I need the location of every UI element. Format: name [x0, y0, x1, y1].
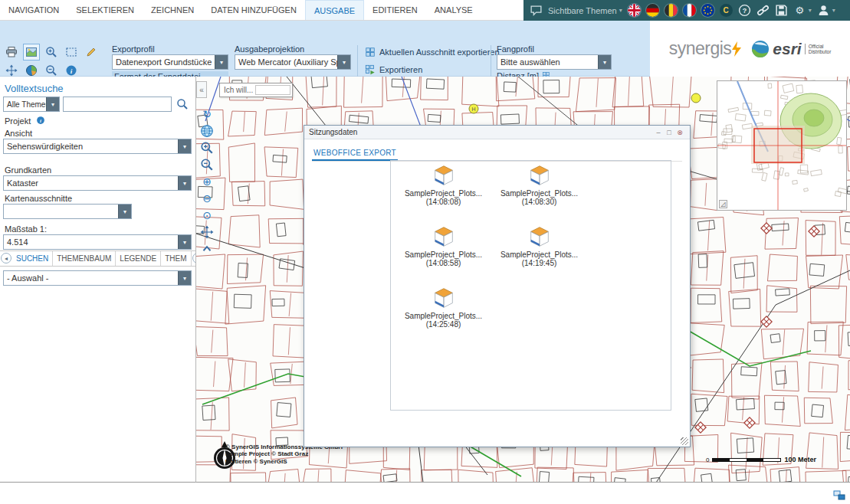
user-icon[interactable] — [817, 4, 830, 17]
chevron-down-icon[interactable]: ▾ — [178, 139, 191, 153]
tabs-scroll-right-button[interactable]: ▸ — [192, 253, 196, 263]
file-name: SampleProject_Plots... — [405, 312, 482, 320]
scale-zero-label: 0 — [706, 457, 709, 463]
search-input[interactable] — [63, 97, 172, 112]
help-icon[interactable] — [738, 4, 751, 17]
dashed-rectangle-icon — [65, 46, 77, 58]
chevron-down-icon[interactable]: ▾ — [809, 7, 812, 14]
chevron-up-icon[interactable] — [200, 242, 214, 256]
chevron-down-icon[interactable]: ▾ — [337, 55, 350, 69]
tabs-scroll-left-button[interactable]: ◂ — [1, 253, 11, 263]
reload-button[interactable]: ↻ — [200, 107, 214, 121]
flag-eu-icon[interactable] — [701, 4, 714, 17]
center-target-button[interactable]: ⊙ — [200, 208, 214, 222]
draw-button[interactable] — [83, 44, 100, 61]
export-button[interactable]: Exportieren — [365, 64, 422, 75]
theme-filter-dropdown[interactable]: Alle Themen ▾ — [3, 97, 60, 112]
chevron-down-icon[interactable]: ▾ — [619, 7, 622, 14]
tab-themen[interactable]: THEM — [161, 251, 191, 266]
selection-dropdown[interactable]: - Auswahl - ▾ — [3, 270, 192, 286]
save-icon[interactable] — [775, 4, 788, 17]
topbar-right: Sichtbare Themen ▾ C ⚙ ▾ ▾ — [523, 0, 850, 21]
session-file-item[interactable]: SampleProject_Plots... (14:08:30) — [491, 162, 587, 218]
snap-profile-dropdown[interactable]: Bitte auswählen ▾ — [497, 54, 612, 70]
chevron-down-icon[interactable]: ▾ — [178, 235, 191, 249]
menu-item-zeichnen[interactable]: ZEICHNEN — [143, 0, 202, 20]
chevron-down-icon[interactable]: ▾ — [178, 271, 191, 285]
scale-dropdown[interactable]: 4.514 ▾ — [3, 234, 192, 250]
export-extent-button[interactable]: Aktuellen Ausschnitt exportieren — [365, 47, 500, 57]
chevron-down-icon[interactable]: ▾ — [832, 7, 835, 14]
visible-themes-dropdown[interactable]: Sichtbare Themen — [548, 6, 617, 15]
extent-dropdown[interactable]: ▾ — [3, 204, 132, 219]
export-profile-dropdown[interactable]: Datenexport Grundstücke (... ▾ — [112, 54, 228, 70]
minimize-icon[interactable]: – — [653, 127, 664, 137]
selection-value: - Auswahl - — [4, 273, 178, 283]
menu-item-daten-hinzufuegen[interactable]: DATEN HINZUFÜGEN — [202, 0, 305, 20]
pan-arrows-icon[interactable] — [200, 225, 214, 239]
file-time: (14:08:08) — [426, 198, 461, 206]
output-projection-dropdown[interactable]: Web Mercator (Auxiliary Sp... ▾ — [235, 54, 351, 70]
flag-uk-icon[interactable] — [628, 4, 641, 17]
flag-france-icon[interactable] — [683, 4, 696, 17]
link-icon[interactable] — [756, 4, 770, 17]
collapse-panel-button[interactable]: « — [196, 81, 207, 98]
maximize-icon[interactable]: □ — [664, 127, 674, 137]
sitzungsdaten-dialog[interactable]: Sitzungsdaten – □ ⊗ WEBOFFICE EXPORT Sam… — [304, 125, 691, 447]
ich-will-input[interactable] — [255, 85, 290, 95]
overview-collapse-button[interactable]: ◿ — [719, 200, 727, 208]
menu-item-navigation[interactable]: NAVIGATION — [0, 0, 67, 20]
basemap-dropdown[interactable]: Kataster ▾ — [3, 175, 192, 191]
zoom-in-box-icon[interactable] — [200, 141, 214, 155]
session-file-item[interactable]: SampleProject_Plots... (14:08:58) — [395, 224, 491, 279]
file-name: SampleProject_Plots... — [500, 189, 578, 198]
view-label: Ansicht — [5, 129, 32, 138]
esri-sub1: Official — [809, 44, 824, 49]
flag-germany-icon[interactable] — [646, 4, 659, 17]
zoom-in-button[interactable]: ⊕ — [200, 175, 214, 188]
session-file-item[interactable]: SampleProject_Plots... (14:08:08) — [395, 162, 491, 218]
dialog-resize-grip[interactable] — [681, 437, 688, 445]
menu-item-ausgabe[interactable]: AUSGABE — [305, 0, 364, 20]
ich-will-label: Ich will... — [222, 86, 255, 94]
dialog-titlebar[interactable]: Sitzungsdaten – □ ⊗ — [304, 126, 690, 139]
network-status-icon[interactable] — [833, 489, 845, 502]
zoom-out-box-icon[interactable] — [200, 158, 214, 172]
search-icon[interactable] — [176, 98, 189, 110]
zoom-in-button[interactable] — [43, 44, 60, 61]
print-button[interactable] — [3, 44, 20, 61]
flag-belgium-icon[interactable] — [665, 4, 678, 17]
gear-icon[interactable]: ⚙ — [793, 4, 806, 17]
session-file-item[interactable]: SampleProject_Plots... (14:19:45) — [491, 224, 587, 279]
chevron-down-icon[interactable]: ▾ — [118, 205, 131, 218]
menu-item-analyse[interactable]: ANALYSE — [426, 0, 481, 20]
map-tool-button[interactable] — [23, 44, 40, 61]
session-file-item[interactable]: SampleProject_Plots... (14:25:48) — [395, 285, 491, 340]
ich-will-widget[interactable]: Ich will... — [219, 83, 293, 97]
esri-globe-icon — [751, 40, 770, 58]
globe-icon[interactable] — [200, 124, 214, 138]
tab-themenbaum[interactable]: THEMENBAUM — [53, 251, 116, 266]
tab-suchen[interactable]: SUCHEN — [12, 251, 53, 266]
zoom-out-button[interactable]: ⊖ — [200, 191, 214, 205]
info-icon[interactable] — [36, 116, 45, 125]
synergis-wordmark: synergis — [669, 38, 732, 59]
circle-c-icon[interactable]: C — [720, 4, 733, 17]
esri-sub2: Distributor — [809, 49, 832, 54]
view-value: Sehenswürdigkeiten — [4, 142, 178, 151]
export-cube-icon — [431, 162, 457, 188]
chevron-down-icon[interactable]: ▾ — [598, 55, 611, 69]
overview-canvas[interactable] — [717, 81, 846, 210]
close-icon[interactable]: ⊗ — [674, 127, 685, 137]
weboffice-export-tab[interactable]: WEBOFFICE EXPORT — [312, 146, 398, 161]
export-label: Exportieren — [379, 65, 422, 74]
menu-item-editieren[interactable]: EDITIEREN — [364, 0, 426, 20]
chevron-down-icon[interactable]: ▾ — [178, 176, 191, 190]
view-dropdown[interactable]: Sehenswürdigkeiten ▾ — [3, 139, 192, 154]
chevron-down-icon[interactable]: ▾ — [215, 55, 228, 69]
menu-item-selektieren[interactable]: SELEKTIEREN — [67, 0, 143, 20]
tab-legende[interactable]: LEGENDE — [116, 251, 161, 266]
select-rectangle-button[interactable] — [63, 44, 80, 61]
overview-map[interactable]: ◿ — [717, 80, 847, 211]
chevron-down-icon[interactable]: ▾ — [46, 97, 59, 111]
